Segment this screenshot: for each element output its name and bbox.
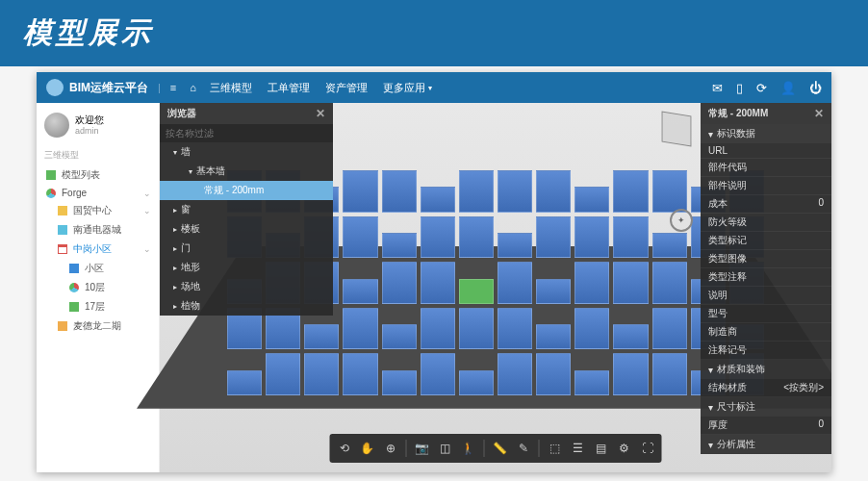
user-name: admin: [75, 126, 104, 137]
nav-10f[interactable]: 10层: [37, 278, 159, 297]
nav-guomao[interactable]: 国贸中心⌄: [37, 201, 159, 220]
fullscreen-tool[interactable]: ⛶: [637, 438, 658, 459]
pan-tool[interactable]: ✋: [357, 438, 378, 459]
nav-xiaoqu[interactable]: 小区: [37, 259, 159, 278]
explode-tool[interactable]: ⬚: [545, 438, 566, 459]
group-dimension[interactable]: ▾尺寸标注: [701, 397, 831, 417]
section-3d-model: 三维模型: [37, 145, 159, 165]
mobile-icon[interactable]: ▯: [736, 81, 743, 95]
viewer-toolbar: ⟲ ✋ ⊕ 📷 ◫ 🚶 📏 ✎ ⬚ ☰ ▤ ⚙ ⛶: [330, 434, 662, 463]
dot-icon: [69, 302, 79, 312]
building-icon: [58, 225, 67, 235]
tree-site[interactable]: ▸场地: [160, 277, 333, 296]
nav-wheel[interactable]: ✦: [670, 209, 693, 232]
nav-17f[interactable]: 17层: [37, 297, 159, 316]
nav-model-list[interactable]: 模型列表: [37, 165, 159, 185]
nav-maidelong[interactable]: 麦德龙二期: [37, 316, 159, 336]
browser-header[interactable]: 浏览器 ✕: [160, 103, 333, 124]
tree-basic-wall[interactable]: ▾基本墙: [160, 162, 333, 181]
props-title: 常规 - 200MM: [708, 107, 768, 120]
brand-text: BIM运维云平台: [69, 80, 148, 96]
3d-viewport[interactable]: ✦ 浏览器 ✕ ▾墙 ▾基本墙 常规 - 200mm ▸窗 ▸楼板 ▸门 ▸地形…: [160, 103, 831, 472]
home-icon[interactable]: ⌂: [190, 82, 196, 93]
building-icon: [58, 321, 67, 331]
close-icon[interactable]: ✕: [316, 107, 325, 120]
close-icon[interactable]: ✕: [814, 107, 824, 120]
tree-terrain[interactable]: ▸地形: [160, 258, 333, 277]
prop-type-note: 类型注释: [701, 268, 831, 287]
prop-thickness: 厚度0: [701, 417, 831, 435]
zoom-tool[interactable]: ⊕: [380, 438, 401, 459]
menu-asset[interactable]: 资产管理: [325, 81, 368, 95]
group-material[interactable]: ▾材质和装饰: [701, 360, 831, 379]
user-icon[interactable]: 👤: [780, 81, 796, 95]
app-window: BIM运维云平台 | ≡ ⌂ 三维模型 工单管理 资产管理 更多应用▾ ✉ ▯ …: [37, 72, 831, 472]
prop-part-desc: 部件说明: [701, 177, 831, 195]
prop-type-image: 类型图像: [701, 250, 831, 268]
dot-icon: [69, 264, 79, 273]
prop-cost: 成本0: [701, 195, 831, 214]
camera-tool[interactable]: 📷: [412, 438, 433, 459]
topbar-right-icons: ✉ ▯ ⟳ 👤 ⏻: [712, 81, 822, 95]
tree-floor[interactable]: ▸楼板: [160, 219, 333, 239]
browser-panel: 浏览器 ✕ ▾墙 ▾基本墙 常规 - 200mm ▸窗 ▸楼板 ▸门 ▸地形 ▸…: [160, 103, 333, 316]
brand[interactable]: BIM运维云平台: [46, 79, 148, 96]
sidebar: 欢迎您 admin 三维模型 模型列表 Forge⌄ 国贸中心⌄ 南通电器城 中…: [37, 103, 160, 472]
content-area: 欢迎您 admin 三维模型 模型列表 Forge⌄ 国贸中心⌄ 南通电器城 中…: [37, 103, 831, 472]
prop-maker: 制造商: [701, 323, 831, 342]
pie-icon: [69, 283, 79, 292]
group-identity[interactable]: ▾标识数据: [701, 124, 831, 143]
properties-panel: 常规 - 200MM ✕ ▾标识数据 URL 部件代码 部件说明 成本0 防火等…: [701, 103, 831, 454]
list-icon: [46, 170, 56, 180]
menu-toggle-icon[interactable]: ≡: [170, 82, 176, 93]
group-analysis[interactable]: ▾分析属性: [701, 435, 831, 454]
prop-struct-mat: 结构材质<按类别>: [701, 379, 831, 397]
nav-zhonggang[interactable]: 中岗小区⌄: [37, 240, 159, 259]
folder-icon: [58, 206, 67, 215]
refresh-icon[interactable]: ⟳: [756, 81, 767, 95]
power-icon[interactable]: ⏻: [809, 81, 822, 95]
orbit-tool[interactable]: ⟲: [334, 438, 355, 459]
menu-work-order[interactable]: 工单管理: [268, 81, 310, 95]
tree-door[interactable]: ▸门: [160, 239, 333, 258]
prop-note-mark: 注释记号: [701, 342, 831, 360]
topbar: BIM运维云平台 | ≡ ⌂ 三维模型 工单管理 资产管理 更多应用▾ ✉ ▯ …: [37, 72, 831, 103]
viewcube[interactable]: [662, 112, 692, 147]
page-banner: 模型展示: [0, 0, 868, 66]
measure-tool[interactable]: 📏: [490, 438, 511, 459]
menu-3d-model[interactable]: 三维模型: [210, 81, 252, 95]
prop-desc: 说明: [701, 287, 831, 305]
prop-url: URL: [701, 143, 831, 159]
prop-fire: 防火等级: [701, 214, 831, 232]
props-header[interactable]: 常规 - 200MM ✕: [701, 103, 831, 124]
tree-selected-wall[interactable]: 常规 - 200mm: [160, 181, 333, 200]
tree-plant[interactable]: ▸植物: [160, 296, 333, 316]
menu-more[interactable]: 更多应用▾: [383, 81, 432, 95]
model-browser-tool[interactable]: ☰: [568, 438, 589, 459]
nav-nantong[interactable]: 南通电器城: [37, 220, 159, 240]
brand-logo-icon: [46, 79, 64, 96]
browser-search-input[interactable]: [160, 124, 333, 142]
prop-part-code: 部件代码: [701, 159, 831, 177]
prop-type-mark: 类型标记: [701, 232, 831, 250]
properties-tool[interactable]: ▤: [591, 438, 612, 459]
calendar-icon: [58, 244, 67, 254]
user-block[interactable]: 欢迎您 admin: [37, 109, 159, 145]
markup-tool[interactable]: ✎: [513, 438, 534, 459]
welcome-text: 欢迎您: [75, 114, 104, 126]
tree-wall[interactable]: ▾墙: [160, 142, 333, 162]
tree-window[interactable]: ▸窗: [160, 200, 333, 219]
avatar: [44, 113, 69, 138]
prop-model: 型号: [701, 305, 831, 323]
browser-title: 浏览器: [167, 107, 196, 120]
section-tool[interactable]: ◫: [435, 438, 456, 459]
chart-icon: [46, 189, 56, 198]
settings-tool[interactable]: ⚙: [614, 438, 635, 459]
notification-icon[interactable]: ✉: [712, 81, 723, 95]
walk-tool[interactable]: 🚶: [458, 438, 479, 459]
top-menu: 三维模型 工单管理 资产管理 更多应用▾: [210, 81, 432, 95]
nav-forge[interactable]: Forge⌄: [37, 185, 159, 201]
